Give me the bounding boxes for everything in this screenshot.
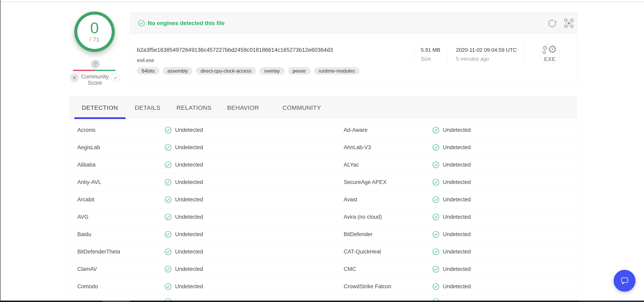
file-tag[interactable]: overlay (260, 67, 284, 75)
detection-score-value: 0 (90, 21, 99, 35)
meta-divider (448, 47, 448, 62)
file-tag[interactable]: runtime-modules (314, 67, 360, 75)
engine-status-label: Undetected (443, 127, 471, 133)
engine-name: Antiy-AVL (77, 179, 164, 185)
file-size-block: 5.91 MB Size (421, 47, 440, 62)
engine-status: Undetected (164, 283, 344, 290)
undetected-check-icon (164, 161, 172, 168)
file-tag[interactable]: peexe (288, 67, 310, 75)
undetected-check-icon (432, 179, 440, 186)
engine-name: BitDefender (344, 231, 432, 238)
report-tabs: DETECTIONDETAILSRELATIONSBEHAVIORCOMMUNI… (69, 96, 577, 119)
file-tags: 64bitsassemblydirect-cpu-clock-accessove… (137, 67, 360, 75)
engine-name: Acronis (77, 127, 164, 133)
detection-row: Alibaba Undetected ALYac Undetected (69, 156, 577, 174)
undetected-check-icon (432, 214, 440, 221)
gear-icon: ⚙ (542, 50, 546, 55)
undetected-check-icon (432, 248, 440, 255)
detection-row: AegisLab Undetected AhnLab-V3 Undetected (69, 139, 577, 156)
undetected-check-icon (432, 144, 440, 151)
engine-name: Ad-Aware (344, 127, 432, 133)
engine-status-label: Undetected (443, 249, 471, 255)
engine-status-label: Undetected (443, 197, 471, 203)
detection-row: BitDefenderTheta Undetected CAT-QuickHea… (69, 243, 577, 261)
engine-status: Undetected (432, 283, 577, 290)
analysis-date-relative: 5 minutes ago (456, 56, 517, 62)
engine-status: Undetected (164, 266, 344, 273)
engine-status-label: Undetected (175, 144, 203, 151)
community-score-marker: ? (91, 60, 100, 68)
question-mark-icon: ? (94, 61, 97, 67)
meta-divider (414, 47, 414, 62)
engine-name: AhnLab-V3 (344, 144, 432, 151)
undetected-check-icon (164, 196, 172, 203)
file-name: evil.exe (137, 57, 154, 63)
engine-status: Undetected (432, 196, 577, 203)
gear-icon: ⚙ (548, 44, 557, 55)
undetected-check-icon (164, 179, 172, 186)
tab-community[interactable]: COMMUNITY (282, 96, 321, 119)
file-tag[interactable]: assembly (163, 67, 192, 75)
detection-score-circle: 0 / 71 (74, 11, 115, 52)
meta-divider (524, 42, 524, 67)
detection-status-bar: No engines detected this file (130, 12, 577, 34)
detection-status-message: No engines detected this file (148, 12, 225, 34)
engine-status: Undetected (164, 248, 344, 255)
similar-files-icon[interactable] (564, 18, 574, 28)
undetected-check-icon (432, 231, 440, 238)
engine-name: Comodo (77, 284, 164, 290)
engine-name: ClamAV (77, 266, 164, 272)
engine-status-label: Undetected (175, 127, 203, 133)
engine-status: Undetected (164, 161, 344, 168)
undetected-check-icon (164, 248, 172, 255)
undetected-check-icon (164, 266, 172, 273)
undetected-check-icon (432, 283, 440, 290)
engine-name: CrowdStrike Falcon (344, 284, 432, 290)
tab-detection[interactable]: DETECTION (82, 96, 118, 119)
engine-name: AegisLab (77, 144, 164, 151)
detection-row: Baidu Undetected BitDefender Undetected (69, 226, 577, 243)
community-score-label: Community Score (80, 74, 110, 86)
detection-row: AVG Undetected Avira (no cloud) Undetect… (69, 208, 577, 226)
engine-status-label: Undetected (175, 179, 203, 185)
engine-status: Undetected (432, 231, 577, 238)
undetected-check-icon (164, 283, 172, 290)
tab-details[interactable]: DETAILS (135, 96, 160, 119)
engine-status: Undetected (164, 144, 344, 151)
engine-status: Undetected (432, 144, 577, 151)
engine-status: Undetected (164, 127, 344, 134)
window-top-edge (1, 1, 644, 2)
engine-status-label: Undetected (443, 266, 471, 272)
engine-status: Undetected (432, 214, 577, 221)
engine-status: Undetected (432, 161, 577, 168)
undetected-check-icon (432, 266, 440, 273)
engine-status-label: Undetected (175, 284, 203, 290)
engine-name: SecureAge APEX (344, 179, 432, 185)
engine-status-label: Undetected (443, 179, 471, 185)
undetected-check-icon (164, 127, 172, 134)
detection-row: Antiy-AVL Undetected SecureAge APEX Unde… (69, 174, 577, 191)
vote-harmless-button[interactable] (111, 73, 120, 82)
x-icon (72, 76, 76, 80)
reanalyze-icon[interactable] (547, 18, 557, 28)
engine-status-label: Undetected (175, 197, 203, 203)
tab-behavior[interactable]: BEHAVIOR (227, 96, 259, 119)
detection-row: ClamAV Undetected CMC Undetected (69, 261, 577, 278)
engine-status: Undetected (164, 179, 344, 186)
detection-results-table: Acronis Undetected Ad-Aware Undetected A… (69, 121, 577, 302)
vote-malicious-button[interactable] (70, 73, 79, 82)
file-summary-card: No engines detected this file b2a3f5e163… (130, 12, 578, 83)
engine-status: Undetected (432, 266, 577, 273)
analysis-date-value: 2020-11-02 09:04:59 UTC (456, 47, 517, 53)
file-tag[interactable]: 64bits (137, 67, 159, 75)
window-left-edge (0, 0, 1, 302)
tab-relations[interactable]: RELATIONS (176, 96, 212, 119)
engine-status: Undetected (432, 248, 577, 255)
chat-button[interactable] (614, 270, 636, 292)
engine-name: CMC (344, 266, 432, 272)
detection-score-total: / 71 (90, 36, 100, 43)
analysis-date-block: 2020-11-02 09:04:59 UTC 5 minutes ago (456, 47, 517, 62)
scrollbar-thumb[interactable] (102, 301, 130, 302)
engine-status: Undetected (164, 196, 344, 203)
file-tag[interactable]: direct-cpu-clock-access (196, 67, 256, 75)
